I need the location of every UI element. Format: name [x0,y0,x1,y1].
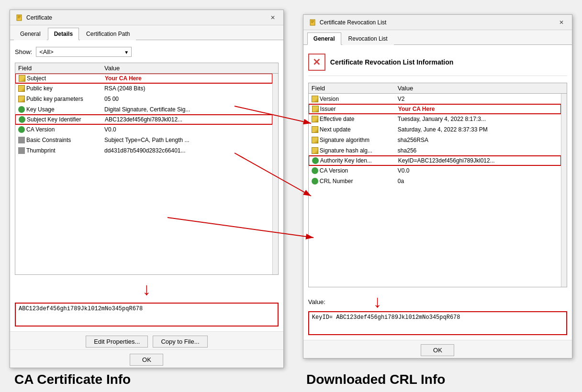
crl-col-field: Field [312,85,398,92]
crl-row-icon-7 [312,167,318,174]
table-row[interactable]: Public key RSA (2048 Bits) [15,83,272,94]
show-select-wrapper: <All> ▼ [36,47,132,57]
cert-scrollbar[interactable] [272,74,278,274]
crl-row-field-4: Signature algorithm [312,137,398,143]
crl-col-value: Value [398,85,564,92]
crl-info-title: Certificate Revocation List Information [330,58,453,66]
crl-row-icon-0 [312,96,318,102]
cert-row-icon-3 [18,106,25,113]
certificate-tab-bar: General Details Certification Path [10,25,283,40]
cert-row-icon-2 [18,96,25,102]
bottom-label-right: Downloaded CRL Info [306,372,445,387]
crl-row-value-6: KeyID=ABC123def456ghi789Jkl012... [398,157,558,164]
table-row[interactable]: Key Usage Digital Signature, Certificate… [15,104,272,115]
crl-value-section: Value: ↓ KeyID= ABC123def456ghi789Jkl012… [308,291,567,335]
table-row[interactable]: CRL Number 0a [309,176,561,186]
crl-x-icon: ✕ [313,56,321,68]
svg-rect-6 [311,22,314,22]
table-row[interactable]: Authority Key Iden... KeyID=ABC123def456… [309,155,561,166]
certificate-dialog: Certificate ✕ General Details Certificat… [10,10,284,368]
tab-certification-path[interactable]: Certification Path [80,28,136,40]
crl-row-field-6: Authority Key Iden... [312,157,398,164]
crl-row-value-7: V0.0 [398,167,558,174]
cert-row-value-0: Your CA Here [105,75,269,82]
cert-row-value-7: dd431d87b5490d2832c66401... [104,147,269,154]
crl-row-icon-8 [312,178,318,185]
crl-ok-button[interactable]: OK [421,344,454,356]
cert-row-field-4: Subject Key Identifier [19,116,105,123]
crl-row-field-1: Issuer [312,106,398,112]
crl-dialog-body: ✕ Certificate Revocation List Informatio… [303,45,572,340]
cert-table-body: Subject Your CA Here Public key RSA (204… [15,74,272,274]
crl-scrollbar[interactable] [561,94,567,287]
table-row[interactable]: Issuer Your CA Here [309,104,561,114]
cert-row-value-2: 05 00 [104,96,269,102]
table-row[interactable]: Version V2 [309,94,561,104]
show-select[interactable]: <All> [36,47,132,57]
crl-row-value-8: 0a [398,178,558,185]
crl-row-value-3: Saturday, June 4, 2022 8:37:33 PM [398,126,558,133]
cert-row-field-2: Public key parameters [18,96,104,102]
cert-row-icon-0 [19,75,25,82]
show-label: Show: [15,48,32,55]
cert-row-field-6: Basic Constraints [18,137,104,143]
cert-table-header: Field Value [15,63,278,74]
table-row[interactable]: Subject Key Identifier ABC123def456ghi78… [15,114,272,125]
cert-row-icon-1 [18,85,25,92]
crl-field-table: Field Value Version V2 [308,83,567,287]
cert-table-scroll-area: Subject Your CA Here Public key RSA (204… [15,74,278,274]
crl-row-icon-6 [312,157,319,164]
table-row[interactable]: Signature hash alg... sha256 [309,145,561,156]
crl-title-icon [309,19,317,26]
crl-row-field-2: Effective date [312,116,398,122]
crl-dialog: Certificate Revocation List ✕ General Re… [303,14,572,359]
crl-table-scroll-area: Version V2 Issuer Your CA Here [309,94,567,287]
tab-details-cert[interactable]: Details [48,28,79,40]
cert-value-text: ABC123def456ghi789Jkl012mNo345pqR678 [19,305,143,312]
cert-row-field-1: Public key [18,85,104,92]
table-row[interactable]: Subject Your CA Here [15,74,272,84]
cert-row-field-0: Subject [19,75,105,82]
table-row[interactable]: Public key parameters 05 00 [15,94,272,104]
cert-ok-button[interactable]: OK [130,354,163,366]
edit-properties-button[interactable]: Edit Properties... [86,336,148,348]
certificate-close-button[interactable]: ✕ [268,13,278,22]
tab-revocation-list[interactable]: Revocation List [342,33,394,45]
crl-row-field-8: CRL Number [312,178,398,185]
cert-row-value-4: ABC123def456ghi789Jkl012... [105,116,269,123]
svg-rect-7 [311,22,313,23]
table-row[interactable]: Effective date Tuesday, January 4, 2022 … [309,114,561,124]
cert-value-box: ABC123def456ghi789Jkl012mNo345pqR678 [15,303,279,327]
cert-row-value-3: Digital Signature, Certificate Sig... [104,106,269,113]
crl-value-box: KeyID= ABC123def456ghi789Jkl012mNo345pqR… [308,311,567,335]
crl-row-value-1: Your CA Here [398,106,558,112]
crl-info-header: ✕ Certificate Revocation List Informatio… [308,50,567,76]
certificate-dialog-body: Show: <All> ▼ Field Value [10,40,283,331]
table-row[interactable]: Basic Constraints Subject Type=CA, Path … [15,135,272,145]
bottom-label-left-wrapper: CA Certificate Info [0,372,292,387]
cert-ok-row: OK [10,349,283,368]
table-row[interactable]: Next update Saturday, June 4, 2022 8:37:… [309,124,561,135]
crl-table-header: Field Value [309,83,567,94]
crl-row-value-2: Tuesday, January 4, 2022 8:17:3... [398,116,558,122]
svg-rect-1 [18,16,21,16]
crl-close-button[interactable]: ✕ [557,18,566,27]
table-row[interactable]: Thumbprint dd431d87b5490d2832c66401... [15,145,272,156]
crl-row-field-5: Signature hash alg... [312,147,398,154]
left-down-arrow: ↓ [142,281,151,298]
crl-row-value-5: sha256 [398,147,558,154]
crl-value-text: KeyID= ABC123def456ghi789Jkl012mNo345pqR… [312,314,460,321]
cert-button-row: Edit Properties... Copy to File... [10,331,283,349]
copy-to-file-button[interactable]: Copy to File... [153,336,207,348]
crl-icon-box: ✕ [308,54,325,71]
cert-col-value: Value [104,65,275,72]
crl-row-icon-1 [312,106,319,112]
tab-general-crl[interactable]: General [307,33,341,45]
table-row[interactable]: Signature algorithm sha256RSA [309,135,561,145]
cert-row-icon-7 [18,147,25,154]
crl-title-bar: Certificate Revocation List ✕ [303,15,572,30]
svg-rect-3 [18,18,20,18]
table-row[interactable]: CA Version V0.0 [15,124,272,135]
tab-general-cert[interactable]: General [14,28,47,40]
table-row[interactable]: CA Version V0.0 [309,165,561,176]
